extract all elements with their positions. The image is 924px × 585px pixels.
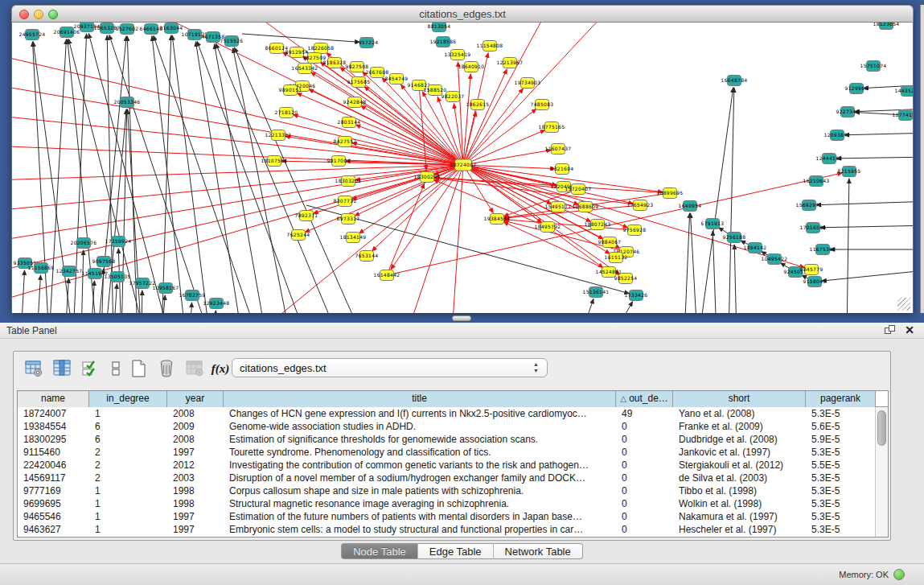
table-cell[interactable]: Jankovic et al. (1997) (673, 446, 806, 459)
table-cell[interactable]: 1998 (167, 484, 224, 497)
table-cell[interactable]: 9699695 (18, 497, 89, 510)
table-cell[interactable]: 2003 (167, 472, 224, 484)
table-row[interactable]: 1456911722003Disruption of a novel membe… (18, 472, 888, 484)
table-cell[interactable]: Investigating the contribution of common… (224, 459, 616, 472)
graph-edge[interactable] (326, 53, 463, 165)
table-cell[interactable]: 18300295 (18, 433, 89, 446)
table-cell[interactable]: 0 (616, 472, 673, 484)
table-cell[interactable]: Franke et al. (2009) (673, 420, 806, 433)
table-cell[interactable]: Genome-wide association studies in ADHD. (224, 420, 616, 433)
table-cell[interactable]: Estimation of significance thresholds fo… (224, 433, 616, 446)
table-select-dropdown[interactable]: citations_edges.txt (232, 358, 548, 377)
graph-edge[interactable] (297, 93, 463, 165)
graph-edge[interactable] (684, 213, 690, 313)
graph-edge[interactable] (816, 201, 914, 205)
table-cell[interactable]: Tourette syndrome. Phenomenology and cla… (224, 446, 616, 459)
table-cell[interactable]: 0 (616, 420, 673, 433)
graph-edge[interactable] (836, 157, 914, 159)
graph-edge[interactable] (734, 245, 737, 313)
float-panel-icon[interactable] (885, 325, 897, 336)
table-cell[interactable]: 5.6E-5 (806, 420, 876, 433)
table-cell[interactable]: Structural magnetic resonance image aver… (224, 497, 616, 510)
table-cell[interactable]: 5.3E-5 (806, 472, 876, 484)
column-header-pagerank[interactable]: pagerank (806, 391, 876, 407)
table-cell[interactable]: 22420046 (18, 459, 89, 472)
tab-node-table[interactable]: Node Table (341, 543, 417, 559)
table-cell[interactable]: Wolkin et al. (1998) (673, 497, 806, 510)
graph-edge[interactable] (463, 165, 493, 212)
table-cell[interactable]: 9465546 (18, 510, 89, 523)
column-header-name[interactable]: name (18, 391, 89, 407)
table-cell[interactable]: 1 (89, 523, 167, 536)
graph-edge[interactable] (729, 88, 734, 313)
table-cell[interactable]: 6 (89, 420, 167, 433)
table-row[interactable]: 2242004622012Investigating the contribut… (18, 459, 888, 472)
table-cell[interactable]: 5.3E-5 (806, 407, 876, 420)
table-cell[interactable]: 2 (89, 459, 167, 472)
table-cell[interactable]: 19384554 (18, 420, 89, 433)
table-settings-icon[interactable] (22, 356, 46, 381)
table-cell[interactable]: Disruption of a novel member of a sodium… (224, 472, 616, 484)
table-cell[interactable]: 2008 (167, 407, 224, 420)
table-row[interactable]: 969969511998Structural magnetic resonanc… (18, 497, 888, 510)
window-titlebar[interactable]: citations_edges.txt (11, 5, 914, 23)
table-cell[interactable]: 0 (616, 446, 673, 459)
graph-edge[interactable] (91, 281, 94, 313)
vertical-scrollbar[interactable] (875, 407, 888, 537)
table-cell[interactable]: 18724007 (18, 407, 89, 420)
graph-edge[interactable] (37, 275, 40, 313)
table-cell[interactable]: 5.3E-5 (806, 497, 876, 510)
table-cell[interactable]: 5.3E-5 (806, 484, 876, 497)
graph-edge[interactable] (451, 165, 463, 313)
tab-network-table[interactable]: Network Table (493, 543, 583, 559)
graph-edge[interactable] (242, 34, 359, 42)
column-header-year[interactable]: year (167, 391, 224, 407)
table-cell[interactable]: 0 (616, 459, 673, 472)
table-cell[interactable]: 14569117 (18, 472, 89, 484)
function-builder-icon[interactable]: f(x) (208, 356, 232, 381)
table-cell[interactable]: 0 (616, 484, 673, 497)
table-cell[interactable]: 1 (89, 497, 167, 510)
column-header-in_degree[interactable]: in_degree (89, 391, 167, 407)
graph-edge[interactable] (105, 109, 126, 313)
graph-edge[interactable] (142, 290, 142, 313)
table-cell[interactable]: 5.3E-5 (806, 446, 876, 459)
graph-edge[interactable] (294, 115, 463, 165)
table-cell[interactable]: 0 (616, 497, 673, 510)
graph-edge[interactable] (713, 231, 717, 313)
table-cell[interactable]: Corpus callosum shape and size in male p… (224, 484, 616, 497)
table-cell[interactable]: Hescheler et al. (1997) (673, 523, 806, 536)
table-cell[interactable]: Stergiakouli et al. (2012) (673, 459, 806, 472)
table-row[interactable]: 1872400712008Changes of HCN gene express… (18, 407, 888, 420)
graph-edge[interactable] (847, 179, 849, 313)
graph-edge[interactable] (214, 311, 216, 313)
table-cell[interactable]: Embryonic stem cells: a model to study s… (224, 523, 616, 536)
table-row[interactable]: 946554611997Estimation of the future num… (18, 510, 888, 523)
graph-edge[interactable] (690, 213, 697, 313)
graph-edge[interactable] (699, 88, 733, 313)
table-cell[interactable]: 1 (89, 510, 167, 523)
column-settings-icon[interactable] (50, 356, 74, 381)
scrollbar-thumb[interactable] (877, 410, 886, 446)
row-height-icon[interactable] (104, 356, 128, 381)
table-cell[interactable]: 9463627 (18, 523, 89, 536)
window-resize-grip[interactable] (897, 298, 910, 311)
close-panel-icon[interactable]: ✕ (905, 323, 914, 336)
column-header-short[interactable]: short (673, 391, 806, 407)
table-cell[interactable]: 0 (616, 523, 673, 536)
column-header-out_de[interactable]: △ out_de… (616, 391, 673, 407)
graph-edge[interactable] (121, 109, 127, 313)
table-cell[interactable]: 5.3E-5 (806, 510, 876, 523)
table-cell[interactable]: 1 (89, 484, 167, 497)
table-cell[interactable]: 2 (89, 446, 167, 459)
graph-edge[interactable] (12, 113, 463, 165)
graph-edge[interactable] (81, 250, 84, 313)
table-cell[interactable]: Changes of HCN gene expression and I(f) … (224, 407, 616, 420)
table-cell[interactable]: 2008 (167, 433, 224, 446)
table-cell[interactable]: 1997 (167, 523, 224, 536)
table-cell[interactable]: Dudbridge et al. (2008) (673, 433, 806, 446)
delete-table-icon[interactable] (154, 356, 179, 381)
table-row[interactable]: 946362711997Embryonic stem cells: a mode… (18, 523, 888, 536)
table-cell[interactable]: 1997 (167, 446, 224, 459)
network-canvas[interactable]: 2495572420691406209371941065328715276026… (12, 23, 914, 313)
